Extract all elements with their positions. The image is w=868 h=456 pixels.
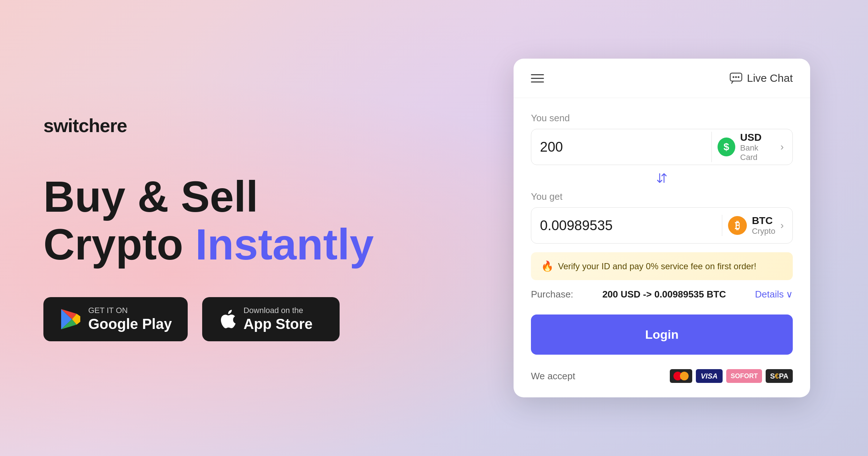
btc-symbol: ₿ — [735, 220, 740, 232]
get-currency-info: BTC Crypto — [752, 215, 775, 236]
svg-point-6 — [735, 76, 737, 78]
get-currency-sub: Crypto — [752, 227, 775, 236]
app-store-small: Download on the — [243, 306, 312, 315]
google-play-text: GET IT ON Google Play — [88, 306, 172, 333]
sofort-text: SOFORT — [731, 372, 758, 380]
google-play-big: Google Play — [88, 315, 172, 333]
hamburger-line-3 — [531, 81, 544, 83]
widget-body: You send $ USD Bank Card › — [514, 98, 810, 397]
visa-badge: VISA — [696, 369, 723, 383]
headline-crypto: Crypto — [43, 220, 195, 269]
send-currency-code: USD — [740, 132, 775, 143]
app-store-button[interactable]: Download on the App Store — [202, 297, 340, 341]
send-field[interactable]: $ USD Bank Card › — [531, 129, 793, 165]
apple-icon — [218, 308, 236, 330]
promo-banner: 🔥 Verify your ID and pay 0% service fee … — [531, 252, 793, 280]
mc-circle-orange — [680, 372, 689, 380]
promo-text: Verify your ID and pay 0% service fee on… — [558, 261, 756, 271]
visa-text: VISA — [701, 372, 718, 380]
headline: Buy & Sell Crypto Instantly — [43, 173, 499, 268]
live-chat-label: Live Chat — [747, 72, 793, 84]
send-currency-info: USD Bank Card — [740, 132, 775, 162]
details-button[interactable]: Details ∨ — [755, 289, 793, 300]
login-button[interactable]: Login — [531, 314, 793, 355]
svg-point-7 — [738, 76, 740, 78]
sepa-badge: S€PA — [766, 369, 793, 383]
fire-icon: 🔥 — [541, 260, 554, 272]
you-send-label: You send — [531, 113, 793, 124]
google-play-icon — [59, 308, 81, 330]
usd-symbol: $ — [724, 141, 729, 153]
swap-arrows-icon — [655, 171, 669, 185]
get-currency-code: BTC — [752, 215, 775, 227]
send-amount-input[interactable] — [540, 139, 711, 155]
app-buttons: GET IT ON Google Play Download on the Ap… — [43, 297, 499, 341]
hamburger-line-2 — [531, 78, 544, 79]
btc-badge: ₿ — [728, 216, 747, 235]
hamburger-line-1 — [531, 74, 544, 75]
get-currency-selector[interactable]: ₿ BTC Crypto › — [722, 215, 784, 236]
live-chat-button[interactable]: Live Chat — [729, 72, 793, 85]
purchase-row: Purchase: 200 USD -> 0.00989535 BTC Deta… — [531, 289, 793, 300]
you-get-label: You get — [531, 191, 793, 202]
send-currency-selector[interactable]: $ USD Bank Card › — [711, 132, 784, 162]
headline-line2: Crypto Instantly — [43, 220, 499, 268]
widget-section: Live Chat You send $ USD Bank Card — [514, 59, 810, 397]
details-chevron-icon: ∨ — [786, 289, 793, 300]
send-currency-sub: Bank Card — [740, 143, 775, 162]
details-label: Details — [755, 289, 784, 300]
sepa-text: S€PA — [770, 372, 788, 380]
get-field[interactable]: ₿ BTC Crypto › — [531, 207, 793, 244]
app-store-text: Download on the App Store — [243, 306, 312, 333]
logo: switchere — [43, 115, 499, 136]
hamburger-menu[interactable] — [531, 74, 544, 83]
app-store-big: App Store — [243, 315, 312, 333]
purchase-value: 200 USD -> 0.00989535 BTC — [602, 289, 726, 300]
purchase-label: Purchase: — [531, 289, 573, 300]
swap-button[interactable] — [531, 171, 793, 185]
google-play-button[interactable]: GET IT ON Google Play — [43, 297, 188, 341]
mastercard-badge — [670, 369, 692, 383]
svg-point-5 — [733, 76, 735, 78]
payment-row: We accept VISA SOFORT — [531, 366, 793, 383]
we-accept-label: We accept — [531, 371, 575, 382]
get-amount-input[interactable] — [540, 218, 722, 233]
usd-badge: $ — [718, 138, 735, 156]
widget: Live Chat You send $ USD Bank Card — [514, 59, 810, 397]
get-chevron-icon: › — [780, 220, 784, 231]
chat-bubble-icon — [729, 72, 743, 85]
headline-instantly: Instantly — [195, 220, 374, 269]
headline-line1: Buy & Sell — [43, 173, 499, 220]
sofort-badge: SOFORT — [726, 369, 762, 383]
payment-icons: VISA SOFORT S€PA — [670, 369, 793, 383]
send-chevron-icon: › — [780, 141, 784, 153]
google-play-small: GET IT ON — [88, 306, 172, 315]
widget-header: Live Chat — [514, 59, 810, 98]
